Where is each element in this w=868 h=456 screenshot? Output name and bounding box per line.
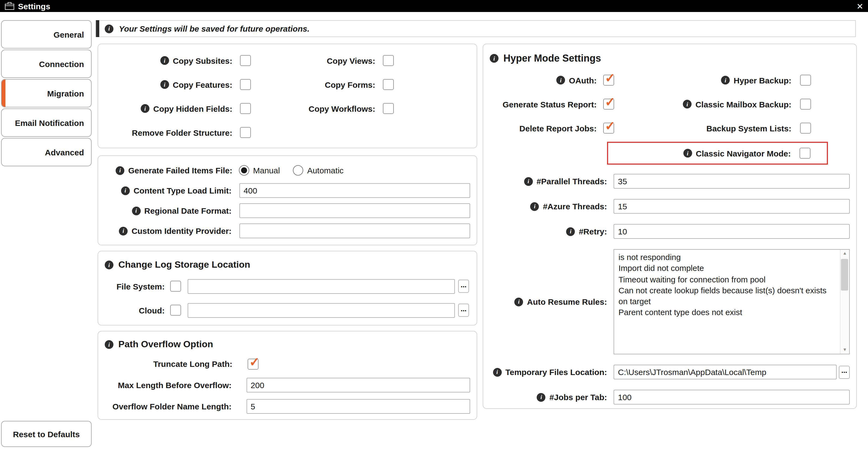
info-icon[interactable]: i: [160, 80, 169, 89]
file-system-browse-button[interactable]: ...: [458, 280, 469, 293]
copy-workflows-checkbox[interactable]: ✓: [383, 103, 394, 114]
scroll-up-icon[interactable]: ▲: [843, 251, 847, 256]
content-type-load-limit-input[interactable]: [239, 183, 470, 198]
manual-radio[interactable]: [239, 165, 249, 175]
label-text: #Jobs per Tab:: [550, 392, 607, 402]
scroll-down-icon[interactable]: ▼: [843, 348, 847, 352]
cloud-checkbox[interactable]: ✓: [170, 305, 181, 316]
check-icon: ✓: [249, 355, 260, 369]
row: iCopy Subsites: ✓ Copy Views: ✓: [105, 48, 470, 72]
field-label: iContent Type Load Limit:: [105, 186, 231, 195]
label-text: Copy Features:: [173, 80, 232, 89]
info-icon[interactable]: i: [683, 100, 691, 108]
info-icon[interactable]: i: [530, 202, 539, 211]
label-text: #Retry:: [579, 227, 607, 236]
file-system-path-input[interactable]: [188, 279, 455, 294]
classic-navigator-mode-checkbox[interactable]: ✓: [800, 148, 810, 159]
radio-label: Manual: [253, 166, 280, 175]
sidebar: General Connection Migration Email Notif…: [1, 20, 92, 167]
copy-views-checkbox[interactable]: ✓: [383, 55, 394, 66]
info-icon[interactable]: i: [105, 261, 114, 269]
remove-folder-structure-checkbox[interactable]: ✓: [240, 127, 251, 138]
info-icon[interactable]: i: [121, 186, 130, 195]
temporary-files-location-input[interactable]: [614, 365, 837, 380]
copy-options-box: iCopy Subsites: ✓ Copy Views: ✓ iCopy Fe…: [98, 43, 477, 148]
info-icon[interactable]: i: [132, 206, 141, 215]
row: iGenerate Failed Items File: Manual Auto…: [105, 160, 470, 181]
check-icon: ✓: [605, 71, 616, 86]
check-icon: ✓: [605, 95, 616, 109]
info-icon[interactable]: i: [116, 166, 124, 175]
info-icon[interactable]: i: [493, 368, 501, 377]
row: File System: ✓ ...: [105, 274, 470, 298]
classic-navigator-highlight-box: iClassic Navigator Mode: ✓: [607, 142, 828, 165]
field-label: File System:: [105, 282, 165, 291]
cloud-browse-button[interactable]: ...: [458, 304, 469, 317]
field-label: Generate Status Report:: [490, 99, 597, 109]
field-label: iClassic Navigator Mode:: [614, 149, 791, 158]
reset-to-defaults-button[interactable]: Reset to Defaults: [1, 421, 92, 447]
scrollbar-thumb[interactable]: [841, 259, 848, 291]
close-icon[interactable]: ✕: [857, 2, 863, 10]
label-text: Temporary Files Location:: [505, 367, 607, 377]
copy-hidden-fields-checkbox[interactable]: ✓: [240, 103, 251, 114]
label-text: Classic Mailbox Backup:: [695, 99, 792, 109]
info-icon[interactable]: i: [524, 177, 533, 186]
tab-general[interactable]: General: [1, 20, 92, 48]
classic-mailbox-backup-checkbox[interactable]: ✓: [800, 99, 811, 109]
regional-date-format-input[interactable]: [239, 203, 470, 218]
generate-status-report-checkbox[interactable]: ✓: [603, 99, 614, 109]
info-icon[interactable]: i: [537, 393, 546, 401]
parallel-threads-input[interactable]: [614, 174, 850, 189]
auto-resume-rules-textarea[interactable]: is not responding Import did not complet…: [614, 249, 850, 354]
field-label: Remove Folder Structure:: [105, 128, 232, 137]
info-icon[interactable]: i: [721, 76, 730, 85]
cloud-path-input[interactable]: [188, 303, 455, 318]
label-text: Custom Identity Provider:: [131, 226, 231, 235]
row: Max Length Before Overflow:: [105, 374, 470, 396]
overflow-folder-name-length-input[interactable]: [246, 399, 470, 414]
backup-system-lists-checkbox[interactable]: ✓: [800, 123, 811, 134]
oauth-checkbox[interactable]: ✓: [603, 75, 614, 86]
copy-forms-checkbox[interactable]: ✓: [383, 79, 394, 90]
hyper-mode-settings-panel: i Hyper Mode Settings iOAuth: ✓ iHyper B…: [483, 43, 857, 409]
custom-identity-provider-input[interactable]: [239, 224, 470, 238]
field-label: Max Length Before Overflow:: [105, 381, 231, 390]
truncate-long-path-checkbox[interactable]: ✓: [248, 358, 258, 369]
window-title: Settings: [18, 1, 50, 11]
info-icon[interactable]: i: [141, 104, 149, 113]
field-label: iCopy Subsites:: [105, 56, 232, 65]
row: iAuto Resume Rules: is not responding Im…: [490, 249, 850, 354]
info-icon[interactable]: i: [105, 340, 114, 349]
row: iRegional Date Format:: [105, 201, 470, 221]
info-icon[interactable]: i: [490, 54, 498, 63]
hyper-backup-checkbox[interactable]: ✓: [800, 75, 811, 86]
row: i#Jobs per Tab:: [490, 390, 850, 404]
info-icon[interactable]: i: [119, 227, 128, 235]
copy-features-checkbox[interactable]: ✓: [240, 79, 251, 90]
jobs-per-tab-input[interactable]: [614, 390, 850, 404]
info-icon[interactable]: i: [683, 149, 692, 158]
tab-connection[interactable]: Connection: [1, 50, 92, 78]
info-icon[interactable]: i: [160, 56, 169, 65]
label-text: #Azure Threads:: [543, 202, 607, 211]
info-icon[interactable]: i: [556, 76, 565, 85]
change-log-storage-box: i Change Log Storage Location File Syste…: [98, 251, 477, 325]
tab-advanced[interactable]: Advanced: [1, 138, 92, 166]
info-icon[interactable]: i: [566, 227, 575, 236]
copy-subsites-checkbox[interactable]: ✓: [240, 55, 251, 66]
failed-items-box: iGenerate Failed Items File: Manual Auto…: [98, 155, 477, 245]
tab-migration[interactable]: Migration: [1, 79, 92, 107]
temporary-files-browse-button[interactable]: ...: [839, 365, 850, 379]
max-length-before-overflow-input[interactable]: [246, 378, 470, 392]
delete-report-jobs-checkbox[interactable]: ✓: [603, 123, 614, 134]
label-text: Classic Navigator Mode:: [696, 149, 791, 158]
retry-input[interactable]: [614, 224, 850, 239]
check-icon: ✓: [605, 119, 616, 134]
file-system-checkbox[interactable]: ✓: [170, 281, 181, 292]
tab-email-notification[interactable]: Email Notification: [1, 108, 92, 137]
automatic-radio[interactable]: [293, 165, 303, 175]
info-icon[interactable]: i: [515, 297, 523, 306]
label-text: Copy Hidden Fields:: [153, 104, 232, 113]
azure-threads-input[interactable]: [614, 199, 850, 214]
